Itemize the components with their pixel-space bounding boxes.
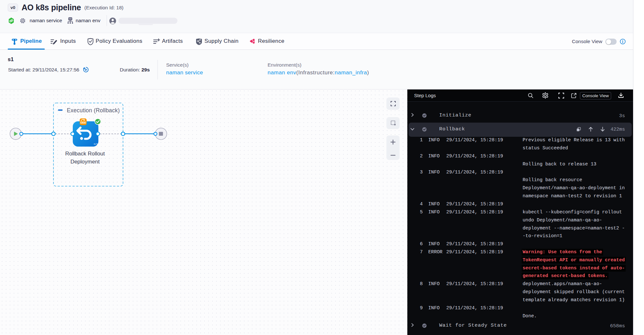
svg-text:</>: </>	[94, 143, 98, 145]
